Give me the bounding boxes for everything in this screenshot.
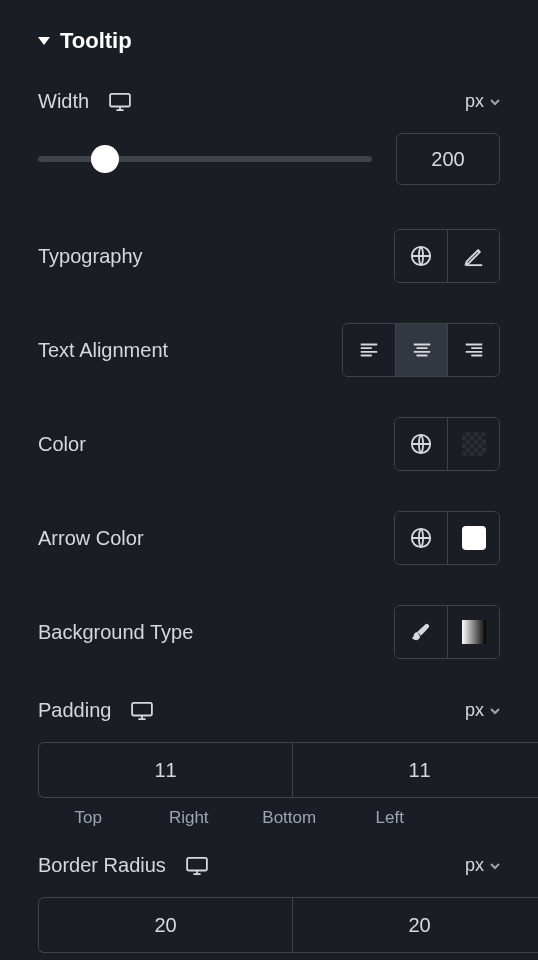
chevron-down-icon [490,706,500,716]
desktop-icon[interactable] [186,857,208,875]
svg-rect-4 [133,702,153,715]
border-radius-label: Border Radius [38,854,166,877]
background-type-row: Background Type [38,605,500,659]
padding-top-label: Top [38,808,139,828]
color-label: Color [38,433,86,456]
align-right-button[interactable] [447,324,499,376]
border-radius-unit: px [465,855,484,876]
section-header-tooltip[interactable]: Tooltip [38,28,500,54]
padding-label: Padding [38,699,111,722]
pencil-icon [463,245,485,267]
gradient-icon [462,620,486,644]
svg-rect-0 [110,93,130,106]
text-alignment-row: Text Alignment [38,323,500,377]
bg-gradient-button[interactable] [447,606,499,658]
padding-right-input[interactable] [292,742,538,798]
typography-row: Typography [38,229,500,283]
globe-icon [410,433,432,455]
padding-bottom-label: Bottom [239,808,340,828]
width-unit: px [465,91,484,112]
chevron-down-icon [490,861,500,871]
align-left-icon [358,339,380,361]
border-radius-inputs [38,897,500,953]
padding-left-label: Left [340,808,441,828]
width-unit-select[interactable]: px [465,91,500,112]
color-swatch-button[interactable] [447,418,499,470]
typography-label: Typography [38,245,143,268]
width-slider[interactable] [38,156,372,162]
brush-icon [410,621,432,643]
color-global-button[interactable] [395,418,447,470]
border-radius-right-input[interactable] [292,897,538,953]
width-slider-thumb[interactable] [91,145,119,173]
width-slider-row [38,133,500,185]
typography-global-button[interactable] [395,230,447,282]
padding-right-label: Right [139,808,240,828]
arrow-color-swatch-button[interactable] [447,512,499,564]
align-center-button[interactable] [395,324,447,376]
chevron-down-icon [490,97,500,107]
collapse-triangle-icon [38,37,50,45]
align-right-icon [463,339,485,361]
border-radius-unit-select[interactable]: px [465,855,500,876]
align-left-button[interactable] [343,324,395,376]
align-center-icon [411,339,433,361]
bg-classic-button[interactable] [395,606,447,658]
section-title: Tooltip [60,28,132,54]
desktop-icon[interactable] [109,93,131,111]
arrow-color-row: Arrow Color [38,511,500,565]
globe-icon [410,527,432,549]
width-row: Width px [38,90,500,113]
padding-unit-select[interactable]: px [465,700,500,721]
svg-rect-5 [187,857,207,870]
text-alignment-label: Text Alignment [38,339,168,362]
arrow-color-label: Arrow Color [38,527,144,550]
padding-unit: px [465,700,484,721]
color-swatch-white [462,526,486,550]
width-label: Width [38,90,89,113]
background-type-label: Background Type [38,621,193,644]
padding-inputs [38,742,500,798]
padding-top-input[interactable] [38,742,292,798]
desktop-icon[interactable] [131,702,153,720]
border-radius-top-input[interactable] [38,897,292,953]
color-swatch-empty [462,432,486,456]
border-radius-header-row: Border Radius px [38,854,500,877]
color-row: Color [38,417,500,471]
width-input[interactable] [396,133,500,185]
padding-labels: Top Right Bottom Left [38,808,500,828]
arrow-color-global-button[interactable] [395,512,447,564]
typography-edit-button[interactable] [447,230,499,282]
globe-icon [410,245,432,267]
padding-header-row: Padding px [38,699,500,722]
